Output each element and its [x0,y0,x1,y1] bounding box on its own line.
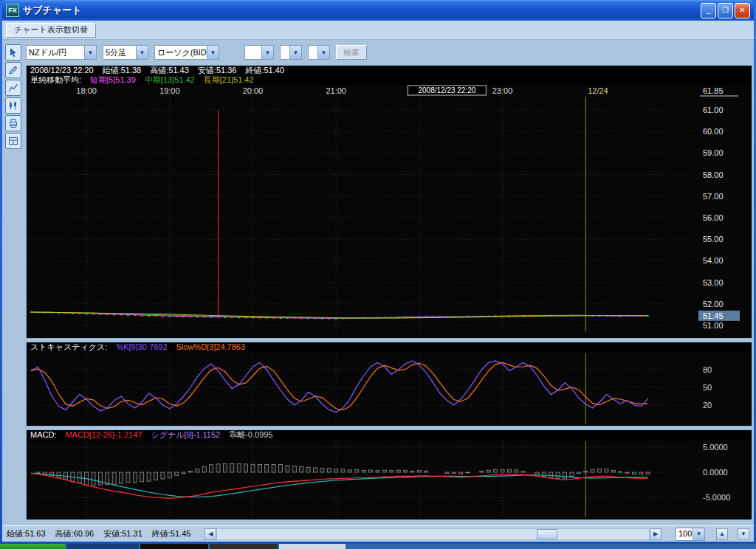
svg-text:54.00: 54.00 [703,256,724,265]
close-button[interactable]: ✕ [735,3,750,18]
drawing-tool-strip [2,40,24,525]
indicator-select-2[interactable]: ▼ [280,45,302,60]
desktop-screen: FX サブチャート _ ❐ ✕ チャート表示数切替 [0,0,756,549]
candle-chart-tool-button[interactable] [5,97,21,114]
indicator-select-3[interactable]: ▼ [308,45,330,60]
candle-high-value: 高値:51.43 [150,66,189,75]
chart-controls: NZドル/円 ▼ 5分足 ▼ ローソク(BID) ▼ [26,43,752,62]
count-down-button[interactable]: ▼ [738,528,749,540]
stochastic-chart[interactable]: 805020 [27,352,752,426]
stochastic-d-value: Slow%D[3]24.7863 [176,342,246,352]
pencil-icon [8,65,18,75]
candle-open-value: 始値:51.38 [103,66,142,75]
taskbar-window-button[interactable] [210,544,278,549]
candlestick-chart-icon [8,100,18,111]
stochastic-label: ストキャスティクス: [30,342,107,352]
window-controls: _ ❐ ✕ [701,3,750,18]
search-button[interactable]: 検索 [336,45,367,60]
display-count-value: 100 [676,528,693,540]
layout-tool-button[interactable] [5,133,21,149]
horizontal-scrollbar[interactable]: ◀ ▶ [205,528,662,540]
candle-info-bar: 2008/12/23 22:20 始値:51.38 高値:51.43 安値:51… [27,66,752,75]
timeframe-select[interactable]: 5分足 ▼ [103,45,148,60]
taskbar-window-button[interactable] [279,544,346,549]
pointer-tool-button[interactable] [5,44,21,61]
chevron-down-icon: ▼ [693,528,704,540]
price-chart-panel: 2008/12/23 22:20 始値:51.38 高値:51.43 安値:51… [26,65,752,339]
taskbar-window-button[interactable] [140,544,208,549]
maximize-button[interactable]: ❐ [718,3,733,18]
scroll-left-button[interactable]: ◀ [205,528,216,540]
scrollbar-track[interactable] [216,528,650,540]
chevron-down-icon: ▼ [136,46,148,59]
status-bar: 始値:51.63 高値:60.96 安値:51.31 終値:51.45 ◀ ▶ … [2,525,754,542]
display-count-select[interactable]: 100 ▼ [676,528,705,541]
price-chart[interactable]: 61.0060.0059.0058.0057.0056.0055.0054.00… [27,85,752,338]
chart-type-select[interactable]: ローソク(BID) ▼ [154,45,219,60]
scrollbar-thumb[interactable] [537,529,557,539]
chevron-down-icon: ▼ [261,46,273,59]
chevron-down-icon: ▼ [84,46,96,59]
minimize-button[interactable]: _ [701,3,716,18]
svg-text:0.0000: 0.0000 [703,468,728,477]
chart-count-toggle-button[interactable]: チャート表示数切替 [6,23,96,38]
chart-type-value: ローソク(BID) [155,46,207,59]
print-tool-button[interactable] [5,115,21,131]
app-icon: FX [6,4,19,17]
svg-text:21:00: 21:00 [326,86,346,95]
svg-text:59.00: 59.00 [703,148,724,157]
svg-text:51.45: 51.45 [703,311,724,320]
taskbar-window-button[interactable] [66,544,139,549]
range-low-value: 安値:51.31 [103,528,142,539]
svg-text:58.00: 58.00 [703,170,724,179]
candle-close-value: 終値:51.40 [245,66,284,75]
svg-text:51.00: 51.00 [703,321,724,330]
chevron-down-icon: ▼ [317,46,329,59]
macd-label: MACD: [30,430,56,440]
pointer-icon [8,47,18,58]
stochastic-panel: ストキャスティクス: %K[9]30.7692 Slow%D[3]24.7863… [26,342,752,427]
svg-text:57.00: 57.00 [703,192,724,201]
svg-text:56.00: 56.00 [703,213,724,222]
title-bar[interactable]: FX サブチャート _ ❐ ✕ [2,0,754,21]
svg-text:19:00: 19:00 [159,86,180,95]
toolbar: チャート表示数切替 [2,21,754,40]
ma-short-value: 短期[5]51.39 [90,75,136,85]
count-up-button[interactable]: ▲ [716,528,728,540]
range-open-value: 始値:51.63 [7,528,46,539]
svg-text:5.0000: 5.0000 [703,443,728,452]
currency-pair-select[interactable]: NZドル/円 ▼ [26,45,97,60]
svg-text:53.00: 53.00 [703,278,724,287]
line-chart-tool-button[interactable] [5,80,21,96]
candle-datetime: 2008/12/23 22:20 [30,66,94,75]
svg-text:50: 50 [703,383,712,392]
windows-taskbar[interactable] [0,544,756,549]
scroll-right-button[interactable]: ▶ [650,528,662,540]
printer-icon [8,118,18,128]
start-button-fragment[interactable] [0,544,65,549]
svg-text:80: 80 [703,365,712,374]
line-chart-icon [8,83,18,93]
draw-tool-button[interactable] [5,62,21,78]
macd-chart[interactable]: 5.00000.0000-5.0000 [27,440,752,519]
ma-mid-value: 中期[13]51.42 [145,75,195,85]
svg-text:12/24: 12/24 [588,86,608,95]
currency-pair-value: NZドル/円 [27,46,84,59]
macd-panel: MACD: MACD[12-26]-1.2147 シグナル[9]-1.1152 … [26,429,752,520]
svg-text:18:00: 18:00 [76,86,97,95]
svg-text:2008/12/23 22:20: 2008/12/23 22:20 [418,86,475,94]
svg-text:55.00: 55.00 [703,235,724,244]
subchart-window: FX サブチャート _ ❐ ✕ チャート表示数切替 [0,0,756,544]
svg-text:20: 20 [703,401,712,410]
indicator-select-1[interactable]: ▼ [244,45,274,60]
svg-text:60.00: 60.00 [703,127,724,136]
macd-signal-value: シグナル[9]-1.1152 [151,430,220,440]
window-layout-icon [8,136,18,146]
chevron-down-icon: ▼ [207,46,219,59]
macd-value: MACD[12-26]-1.2147 [65,430,142,440]
range-close-value: 終値:51.45 [152,528,191,539]
svg-text:52.00: 52.00 [703,300,724,308]
chevron-down-icon: ▼ [289,46,301,59]
svg-text:61.00: 61.00 [703,106,724,114]
range-high-value: 高値:60.96 [55,528,94,539]
